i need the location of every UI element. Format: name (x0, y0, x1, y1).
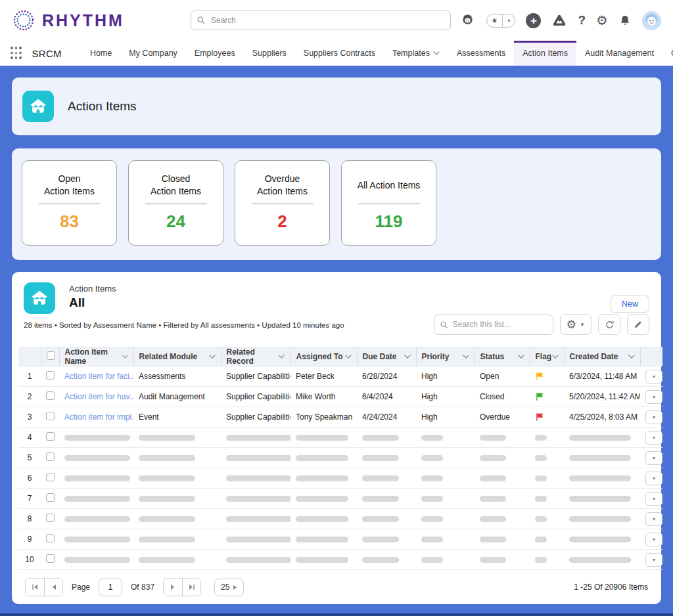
action-items-app-icon (22, 91, 54, 122)
row-checkbox[interactable] (46, 452, 55, 461)
row-actions-button[interactable]: ▾ (645, 390, 662, 404)
action-item-link[interactable]: Action item for hav... (64, 392, 133, 401)
favorites-button[interactable]: ★ ▾ (486, 14, 516, 28)
list-search-input[interactable] (434, 315, 553, 335)
guidance-center-icon[interactable] (551, 12, 567, 28)
skeleton-bar (226, 496, 290, 502)
row-actions-button[interactable]: ▾ (645, 431, 662, 445)
inline-edit-button[interactable] (627, 314, 649, 335)
chevron-down-icon (552, 355, 559, 359)
tab-my-company[interactable]: My Company (120, 41, 186, 66)
tab-action-items[interactable]: Action Items (514, 41, 576, 66)
tab-audit-management[interactable]: Audit Management (576, 41, 662, 66)
setup-gear-icon[interactable]: ⚙ (596, 14, 608, 27)
row-checkbox[interactable] (46, 534, 55, 542)
brand-logo: RHYTHM (12, 9, 191, 32)
list-titles: Action Items All (69, 282, 116, 310)
divider (252, 204, 313, 204)
row-actions-button[interactable]: ▾ (645, 410, 662, 424)
row-checkbox[interactable] (46, 432, 55, 441)
page-number-input[interactable] (99, 579, 122, 596)
tab-employees[interactable]: Employees (186, 41, 244, 66)
kpi-all-action-items[interactable]: All Action Items 119 (341, 160, 436, 246)
skeleton-bar (569, 557, 631, 563)
skeleton-row: 7 ▾ (18, 489, 662, 509)
tab-assessments[interactable]: Assessments (448, 41, 514, 66)
tab-templates[interactable]: Templates (384, 41, 448, 66)
skeleton-bar (296, 435, 348, 441)
column-assigned-to[interactable]: Assigned To (290, 347, 357, 366)
row-checkbox[interactable] (46, 554, 55, 563)
last-page-icon (189, 584, 195, 590)
first-page-button[interactable] (26, 579, 44, 596)
tab-home[interactable]: Home (81, 41, 120, 66)
select-all-checkbox[interactable] (47, 351, 55, 360)
kpi-value-closed: 24 (129, 211, 223, 232)
column-action-item-name[interactable]: Action Item Name (59, 347, 133, 366)
skeleton-bar (139, 435, 195, 441)
app-name: SRCM (32, 48, 62, 59)
favorites-chevron-icon[interactable]: ▾ (502, 14, 515, 27)
skeleton-bar (296, 496, 348, 502)
kpi-open-action-items[interactable]: Open Action Items 83 (22, 160, 117, 246)
previous-page-button[interactable] (44, 579, 62, 596)
list-controls: ⚙ ▼ (434, 314, 649, 335)
last-page-button[interactable] (182, 579, 200, 596)
right-arrow-icon (233, 584, 237, 590)
table-header-row: Action Item Name Related Module Related … (18, 347, 662, 366)
column-due-date[interactable]: Due Date (357, 347, 416, 366)
skeleton-bar (480, 516, 506, 522)
global-actions-button[interactable]: + (526, 13, 541, 28)
action-item-link[interactable]: Action item for faci... (64, 372, 133, 381)
column-status[interactable]: Status (475, 347, 530, 366)
gear-icon: ⚙ (567, 319, 576, 330)
row-actions-button[interactable]: ▾ (645, 492, 662, 506)
row-actions-button[interactable]: ▾ (645, 451, 662, 465)
skeleton-bar (569, 435, 631, 441)
action-item-link[interactable]: Action item for impl... (64, 412, 133, 422)
refresh-button[interactable] (598, 314, 620, 335)
column-flag[interactable]: Flag (530, 347, 564, 366)
global-search-input[interactable] (191, 11, 451, 30)
row-actions-button[interactable]: ▾ (645, 512, 662, 526)
user-avatar[interactable] (642, 11, 661, 30)
tab-suppliers-contracts[interactable]: Suppliers Contracts (295, 41, 384, 66)
tab-calender[interactable]: Calender (662, 41, 673, 66)
kpi-value-open: 83 (22, 211, 116, 232)
row-checkbox[interactable] (46, 514, 55, 522)
skeleton-row: 5 ▾ (18, 448, 662, 468)
skeleton-bar (535, 516, 547, 522)
column-created-date[interactable]: Created Date (564, 347, 640, 366)
column-related-record[interactable]: Related Record (221, 347, 290, 366)
view-name[interactable]: All (69, 296, 116, 310)
app-navigation: SRCM Home My Company Employees Suppliers… (0, 41, 673, 66)
row-checkbox[interactable] (46, 371, 55, 380)
row-actions-button[interactable]: ▾ (645, 472, 662, 485)
kpi-closed-action-items[interactable]: Closed Action Items 24 (128, 160, 223, 246)
skeleton-bar (296, 537, 348, 542)
kpi-overdue-action-items[interactable]: Overdue Action Items 2 (235, 160, 330, 246)
skeleton-row: 9 ▾ (18, 529, 662, 550)
next-page-button[interactable] (164, 579, 182, 596)
row-checkbox[interactable] (46, 391, 55, 400)
row-actions-button[interactable]: ▾ (645, 370, 662, 384)
row-checkbox[interactable] (46, 473, 55, 481)
row-actions-button[interactable]: ▾ (645, 553, 662, 567)
tab-suppliers[interactable]: Suppliers (244, 41, 295, 66)
skeleton-bar (64, 475, 130, 481)
page-size-selector[interactable]: 25 (214, 579, 244, 596)
row-checkbox[interactable] (46, 493, 55, 502)
help-icon[interactable]: ? (578, 13, 586, 28)
app-launcher-icon[interactable] (11, 47, 22, 60)
new-button[interactable]: New (611, 296, 649, 313)
skeleton-bar (421, 496, 443, 502)
skeleton-bar (226, 475, 290, 481)
list-settings-button[interactable]: ⚙ ▼ (560, 314, 592, 335)
column-related-module[interactable]: Related Module (133, 347, 221, 366)
star-icon[interactable]: ★ (487, 14, 503, 27)
notifications-bell-icon[interactable] (618, 14, 632, 28)
column-priority[interactable]: Priority (416, 347, 475, 366)
einstein-icon[interactable] (459, 12, 476, 29)
row-checkbox[interactable] (46, 412, 55, 420)
row-actions-button[interactable]: ▾ (645, 533, 662, 546)
